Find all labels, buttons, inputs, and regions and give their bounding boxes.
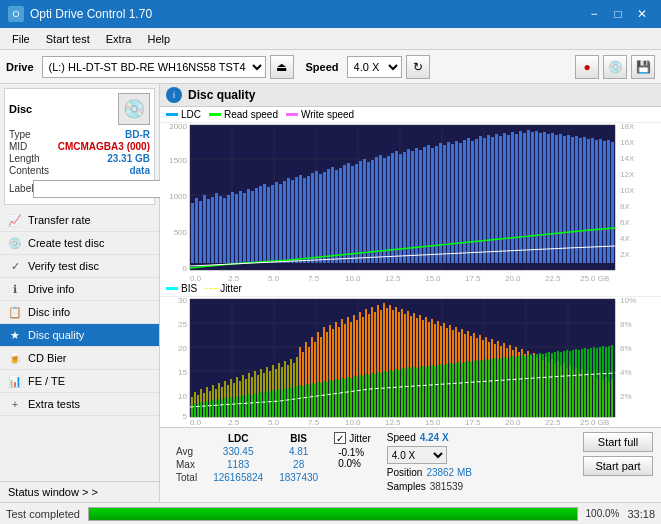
- status-text: Test completed: [6, 508, 80, 520]
- length-label: Length: [9, 153, 40, 164]
- eject-button[interactable]: ⏏: [270, 55, 294, 79]
- svg-rect-50: [323, 172, 326, 263]
- nav-status-window[interactable]: Status window > >: [0, 481, 159, 502]
- svg-rect-120: [603, 141, 606, 263]
- progress-bar-container: [88, 507, 578, 521]
- svg-rect-359: [347, 377, 349, 417]
- content-area: i Disc quality LDC Read speed Write spee…: [160, 84, 661, 502]
- nav-create-test-disc[interactable]: 💿 Create test disc: [0, 232, 159, 255]
- position-label: Position: [387, 467, 423, 478]
- nav-transfer-rate[interactable]: 📈 Transfer rate: [0, 209, 159, 232]
- nav-cd-bier[interactable]: 🍺 CD Bier: [0, 347, 159, 370]
- minimize-button[interactable]: −: [583, 3, 605, 25]
- nav-verify-test-disc[interactable]: ✓ Verify test disc: [0, 255, 159, 278]
- close-button[interactable]: ✕: [631, 3, 653, 25]
- jitter-legend-label: Jitter: [220, 283, 242, 294]
- svg-text:10.0: 10.0: [345, 274, 361, 281]
- length-value: 23.31 GB: [107, 153, 150, 164]
- nav-extra-tests[interactable]: + Extra tests: [0, 393, 159, 416]
- record-button[interactable]: ●: [575, 55, 599, 79]
- svg-rect-72: [411, 151, 414, 263]
- svg-rect-115: [583, 137, 586, 263]
- svg-text:14X: 14X: [620, 154, 635, 163]
- chart-title: Disc quality: [188, 88, 255, 102]
- svg-text:0.0: 0.0: [190, 274, 202, 281]
- svg-rect-406: [488, 360, 490, 417]
- menu-extra[interactable]: Extra: [98, 31, 140, 47]
- app-icon: O: [8, 6, 24, 22]
- nav-disc-quality[interactable]: ★ Disc quality: [0, 324, 159, 347]
- jitter-label: Jitter: [349, 433, 371, 444]
- svg-rect-62: [371, 160, 374, 263]
- start-full-button[interactable]: Start full: [583, 432, 653, 452]
- speed-label: Speed: [306, 61, 339, 73]
- maximize-button[interactable]: □: [607, 3, 629, 25]
- svg-rect-95: [503, 133, 506, 263]
- menu-help[interactable]: Help: [139, 31, 178, 47]
- svg-rect-425: [545, 353, 547, 417]
- svg-rect-51: [327, 169, 330, 263]
- svg-rect-64: [379, 155, 382, 263]
- svg-rect-26: [227, 195, 230, 263]
- disc-label-input[interactable]: [33, 180, 166, 198]
- svg-text:0: 0: [183, 264, 188, 273]
- jitter-max-value: 0.0%: [334, 458, 371, 469]
- stats-bis-header: BIS: [271, 432, 326, 445]
- svg-rect-404: [482, 360, 484, 417]
- menu-start-test[interactable]: Start test: [38, 31, 98, 47]
- svg-text:6X: 6X: [620, 218, 630, 227]
- svg-text:12X: 12X: [620, 170, 635, 179]
- svg-rect-93: [495, 134, 498, 263]
- svg-rect-19: [199, 201, 202, 263]
- svg-text:10: 10: [178, 392, 187, 401]
- svg-rect-398: [464, 362, 466, 417]
- svg-rect-56: [347, 163, 350, 263]
- refresh-button[interactable]: ↻: [406, 55, 430, 79]
- nav-verify-test-disc-label: Verify test disc: [28, 260, 99, 272]
- save-button[interactable]: 💾: [631, 55, 655, 79]
- svg-text:22.5: 22.5: [545, 418, 561, 427]
- bottom-chart-wrapper: 30 25 20 15 10 5 10% 8% 6% 4% 2% 0.0: [160, 297, 661, 427]
- nav-fe-te[interactable]: 📊 FE / TE: [0, 370, 159, 393]
- speed-select[interactable]: 4.0 X2.0 X1.0 X: [347, 56, 402, 78]
- svg-rect-341: [293, 388, 295, 417]
- svg-rect-378: [404, 369, 406, 417]
- position-row: Position 23862 MB: [387, 467, 472, 478]
- fe-te-icon: 📊: [8, 374, 22, 388]
- svg-rect-35: [263, 184, 266, 263]
- status-window-label: Status window > >: [8, 486, 98, 498]
- svg-rect-49: [319, 174, 322, 263]
- svg-rect-419: [527, 355, 529, 417]
- top-chart-section: LDC Read speed Write speed: [160, 107, 661, 281]
- svg-rect-92: [491, 137, 494, 263]
- svg-rect-336: [278, 389, 280, 417]
- svg-rect-351: [323, 381, 325, 417]
- disc-button[interactable]: 💿: [603, 55, 627, 79]
- svg-rect-65: [383, 158, 386, 263]
- svg-rect-342: [296, 386, 298, 417]
- stats-total-row: Total 126165824 1837430: [168, 471, 326, 484]
- svg-rect-105: [543, 132, 546, 263]
- nav-drive-info-label: Drive info: [28, 283, 74, 295]
- mid-value: CMCMAGBA3 (000): [58, 141, 150, 152]
- svg-rect-69: [399, 154, 402, 263]
- svg-rect-396: [458, 362, 460, 417]
- jitter-checkbox[interactable]: ✓: [334, 432, 346, 444]
- svg-rect-313: [209, 402, 211, 417]
- start-part-button[interactable]: Start part: [583, 456, 653, 476]
- svg-rect-407: [491, 359, 493, 417]
- drive-select[interactable]: (L:) HL-DT-ST BD-RE WH16NS58 TST4: [42, 56, 266, 78]
- nav-disc-info[interactable]: 📋 Disc info: [0, 301, 159, 324]
- progress-percent: 100.0%: [586, 508, 620, 519]
- svg-rect-74: [419, 150, 422, 263]
- speed-limit-select[interactable]: 4.0 X2.0 X: [387, 446, 447, 464]
- nav-disc-info-label: Disc info: [28, 306, 70, 318]
- bottom-chart-section: BIS Jitter: [160, 281, 661, 427]
- top-chart-wrapper: 2000 1500 1000 500 0 18X 16X 14X 12X 10X…: [160, 123, 661, 281]
- nav-drive-info[interactable]: ℹ Drive info: [0, 278, 159, 301]
- menu-file[interactable]: File: [4, 31, 38, 47]
- svg-rect-39: [279, 184, 282, 263]
- svg-rect-447: [611, 345, 613, 417]
- svg-rect-314: [212, 400, 214, 417]
- svg-rect-57: [351, 166, 354, 263]
